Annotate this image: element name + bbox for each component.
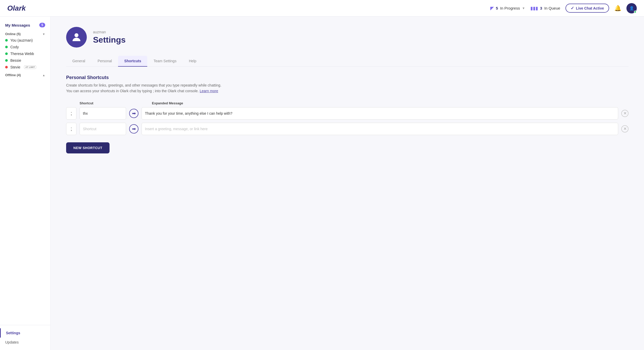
section-title: Personal Shortcuts bbox=[66, 75, 629, 80]
in-queue-icon: ▮▮▮ bbox=[530, 5, 538, 11]
learn-more-link[interactable]: Learn more bbox=[200, 89, 218, 93]
sidebar-item-stevie[interactable]: Stevie AT LIMIT bbox=[0, 64, 50, 71]
online-section-label: Online (5) bbox=[5, 32, 21, 36]
profile-info: auzman Settings bbox=[93, 30, 126, 45]
sidebar-item-you-auzman[interactable]: You (auzman) bbox=[0, 37, 50, 44]
in-progress-label: In Progress bbox=[500, 6, 520, 10]
semicolon-prefix: ; bbox=[66, 123, 76, 135]
sidebar: My Messages 5 Online (5) ▼ You (auzman) … bbox=[0, 17, 51, 350]
avatar-initials: 👤 bbox=[629, 6, 634, 11]
live-chat-button[interactable]: ✓ Live Chat Active bbox=[565, 4, 609, 13]
online-dot-icon bbox=[5, 46, 8, 48]
online-dot-icon bbox=[5, 39, 8, 42]
updates-label: Updates bbox=[5, 340, 19, 344]
arrow-right-icon: ➡ bbox=[129, 124, 138, 134]
settings-label: Settings bbox=[6, 331, 20, 335]
chevron-down-icon: ▼ bbox=[522, 6, 525, 10]
new-shortcut-button[interactable]: NEW SHORTCUT bbox=[66, 142, 110, 153]
tab-general[interactable]: General bbox=[66, 56, 91, 67]
in-progress-icon: ◤ bbox=[490, 5, 494, 11]
in-progress-stat[interactable]: ◤ 5 In Progress ▼ bbox=[490, 5, 525, 11]
offline-section-label: Offline (4) bbox=[5, 73, 21, 77]
user-name: Cody bbox=[10, 45, 19, 49]
remove-shortcut-button-2[interactable]: ✕ bbox=[621, 125, 629, 133]
user-avatar[interactable]: 👤 bbox=[626, 3, 637, 13]
logo: Olark bbox=[7, 4, 26, 12]
shortcuts-content: Personal Shortcuts Create shortcuts for … bbox=[66, 75, 629, 153]
shortcut-row: ; ➡ ✕ bbox=[66, 107, 629, 120]
section-description: Create shortcuts for links, greetings, a… bbox=[66, 82, 629, 94]
semicolon-prefix: ; bbox=[66, 107, 76, 120]
online-indicator bbox=[634, 11, 637, 13]
shortcut-input-1[interactable] bbox=[80, 107, 126, 120]
shortcut-input-2[interactable] bbox=[80, 123, 126, 135]
online-users-list: You (auzman) Cody Theresa Webb Bessie St… bbox=[0, 37, 50, 71]
tab-personal[interactable]: Personal bbox=[91, 56, 118, 67]
sidebar-item-theresa-webb[interactable]: Theresa Webb bbox=[0, 50, 50, 57]
shortcut-column-header: Shortcut bbox=[80, 101, 131, 105]
profile-avatar bbox=[66, 27, 87, 48]
sidebar-item-updates[interactable]: Updates bbox=[0, 338, 50, 347]
online-dot-icon bbox=[5, 59, 8, 62]
profile-header: auzman Settings bbox=[66, 27, 629, 48]
at-limit-badge: AT LIMIT bbox=[24, 65, 36, 69]
main-content: auzman Settings General Personal Shortcu… bbox=[51, 17, 644, 350]
user-name: Bessie bbox=[10, 58, 21, 63]
expanded-input-1[interactable] bbox=[142, 107, 618, 120]
in-progress-count: 5 bbox=[496, 6, 498, 10]
header-right: ◤ 5 In Progress ▼ ▮▮▮ 3 In Queue ✓ Live … bbox=[490, 3, 637, 13]
user-name: Stevie bbox=[10, 65, 20, 69]
settings-tabs: General Personal Shortcuts Team Settings… bbox=[66, 56, 629, 67]
sidebar-item-bessie[interactable]: Bessie bbox=[0, 57, 50, 64]
live-chat-label: Live Chat Active bbox=[576, 6, 604, 10]
user-name: Theresa Webb bbox=[10, 52, 34, 56]
user-name: You (auzman) bbox=[10, 38, 33, 42]
user-avatar-icon bbox=[71, 31, 82, 43]
shortcuts-column-headers: Shortcut Expanded Message bbox=[66, 101, 629, 105]
offline-section-header[interactable]: Offline (4) ▲ bbox=[0, 71, 50, 78]
svg-point-0 bbox=[74, 33, 78, 37]
notifications-icon[interactable]: 🔔 bbox=[614, 5, 621, 12]
my-messages-link[interactable]: My Messages 5 bbox=[0, 21, 50, 29]
sidebar-item-settings[interactable]: Settings bbox=[0, 328, 50, 338]
arrow-right-icon: ➡ bbox=[129, 109, 138, 118]
sidebar-item-cody[interactable]: Cody bbox=[0, 44, 50, 50]
tab-shortcuts[interactable]: Shortcuts bbox=[118, 56, 147, 67]
my-messages-label: My Messages bbox=[5, 23, 30, 27]
my-messages-badge: 5 bbox=[39, 23, 45, 27]
app-layout: My Messages 5 Online (5) ▼ You (auzman) … bbox=[0, 17, 644, 350]
shortcut-row: ; ➡ ✕ bbox=[66, 123, 629, 135]
profile-username: auzman bbox=[93, 30, 126, 34]
app-header: Olark ◤ 5 In Progress ▼ ▮▮▮ 3 In Queue ✓… bbox=[0, 0, 644, 17]
profile-title: Settings bbox=[93, 35, 126, 45]
tab-team-settings[interactable]: Team Settings bbox=[147, 56, 183, 67]
expanded-column-header: Expanded Message bbox=[152, 101, 629, 105]
online-section-header[interactable]: Online (5) ▼ bbox=[0, 29, 50, 37]
expanded-input-2[interactable] bbox=[142, 123, 618, 135]
sidebar-bottom-nav: Settings Updates bbox=[0, 325, 50, 350]
offline-dot-icon bbox=[5, 66, 8, 68]
offline-collapse-icon: ▲ bbox=[42, 74, 45, 77]
in-queue-label: In Queue bbox=[544, 6, 560, 10]
in-queue-count: 3 bbox=[540, 6, 542, 10]
tab-help[interactable]: Help bbox=[183, 56, 203, 67]
sidebar-top: My Messages 5 Online (5) ▼ You (auzman) … bbox=[0, 17, 50, 325]
checkmark-icon: ✓ bbox=[571, 6, 574, 11]
remove-shortcut-button-1[interactable]: ✕ bbox=[621, 110, 629, 117]
in-queue-stat[interactable]: ▮▮▮ 3 In Queue bbox=[530, 5, 560, 11]
online-dot-icon bbox=[5, 52, 8, 55]
online-collapse-icon: ▼ bbox=[42, 33, 45, 36]
